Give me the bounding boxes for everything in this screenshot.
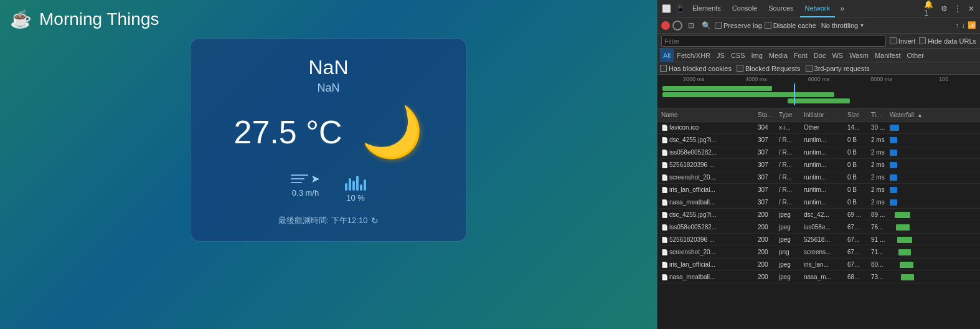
table-row[interactable]: 📄iris_lan_official... 307 / R... runtim.…: [657, 184, 980, 196]
col-header-size[interactable]: Size: [846, 112, 870, 118]
type-btn-ws[interactable]: WS: [829, 49, 846, 62]
blocked-requests-checkbox[interactable]: [737, 65, 743, 72]
type-btn-other[interactable]: Other: [903, 49, 927, 62]
waterfall-bar: [898, 249, 911, 255]
type-btn-fetch-xhr[interactable]: Fetch/XHR: [674, 49, 714, 62]
tab-sources[interactable]: Sources: [763, 0, 798, 17]
col-header-status[interactable]: Sta...: [756, 112, 778, 118]
cell-name: 📄iss058e005282...: [660, 149, 756, 156]
table-row[interactable]: 📄52561820396 ... 307 / R... runtim... 0 …: [657, 159, 980, 171]
preserve-log-checkbox[interactable]: [715, 22, 722, 29]
type-btn-manifest[interactable]: Manifest: [872, 49, 904, 62]
refresh-icon[interactable]: ↻: [371, 216, 379, 226]
file-type-icon: 📄: [661, 249, 668, 255]
type-filter-row: All Fetch/XHR JS CSS Img Media Font Doc …: [657, 49, 980, 62]
type-btn-doc[interactable]: Doc: [811, 49, 829, 62]
table-row[interactable]: 📄dsc_4255.jpg?i... 200 jpeg dsc_42... 69…: [657, 209, 980, 221]
table-row[interactable]: 📄screenshot_20... 200 png screens... 67.…: [657, 246, 980, 259]
disable-cache-checkbox[interactable]: [765, 22, 771, 29]
cell-waterfall: [888, 184, 978, 196]
third-party-wrapper[interactable]: 3rd-party requests: [806, 65, 870, 72]
cell-size: 0 B: [846, 186, 870, 193]
col-header-name[interactable]: Name: [660, 112, 756, 118]
notification-icon[interactable]: 🔔 1: [924, 2, 936, 15]
cell-type: jpeg: [778, 236, 803, 243]
third-party-checkbox[interactable]: [806, 65, 813, 72]
cell-name: 📄dsc_4255.jpg?i...: [660, 211, 756, 218]
table-row[interactable]: 📄dsc_4255.jpg?i... 307 / R... runtim... …: [657, 134, 980, 146]
table-row[interactable]: 📄nasa_meatball... 307 / R... runtim... 0…: [657, 196, 980, 209]
throttle-selector[interactable]: No throttling: [821, 22, 858, 29]
blocked-requests-wrapper[interactable]: Blocked Requests: [737, 65, 801, 72]
checkboxes-row: Has blocked cookies Blocked Requests 3rd…: [657, 62, 980, 75]
waterfall-bar: [895, 212, 910, 218]
col-header-type[interactable]: Type: [778, 112, 803, 118]
cell-time: 2 ms: [870, 186, 888, 193]
preserve-log-checkbox-wrapper[interactable]: Preserve log: [715, 22, 762, 29]
table-row[interactable]: 📄screenshot_20... 307 / R... runtim... 0…: [657, 171, 980, 184]
weather-subtitle: NaN: [215, 82, 441, 95]
device-icon[interactable]: 📱: [674, 2, 686, 15]
cell-status: 304: [756, 124, 778, 131]
tab-console[interactable]: Console: [727, 0, 762, 17]
invert-checkbox[interactable]: [890, 37, 897, 44]
col-header-waterfall[interactable]: Waterfall ▲: [888, 112, 978, 118]
upload-icon[interactable]: ↑: [955, 21, 959, 30]
col-header-time[interactable]: Ti...: [870, 112, 888, 118]
file-type-icon: 📄: [661, 187, 668, 193]
cell-initiator: runtim...: [803, 174, 846, 181]
cell-waterfall: [888, 159, 978, 171]
blocked-cookies-checkbox[interactable]: [660, 65, 667, 72]
type-btn-css[interactable]: CSS: [728, 49, 748, 62]
cell-type: png: [778, 249, 803, 255]
more-tabs-icon[interactable]: »: [836, 2, 849, 15]
waterfall-bar: [900, 262, 913, 268]
table-row[interactable]: 📄iss058e005282... 200 jpeg iss058e... 67…: [657, 221, 980, 234]
table-row[interactable]: 📄nasa_meatball... 200 jpeg nasa_m... 68.…: [657, 271, 980, 284]
tab-network[interactable]: Network: [800, 0, 835, 17]
type-btn-font[interactable]: Font: [791, 49, 811, 62]
table-row[interactable]: 📄52561820396 ... 200 jpeg 525618... 67..…: [657, 234, 980, 246]
waterfall-bar: [897, 237, 912, 243]
filter-input[interactable]: [661, 36, 886, 47]
timeline-label-8000: 8000 ms: [850, 76, 912, 82]
table-row[interactable]: 📄iris_lan_official... 200 jpeg iris_lan.…: [657, 259, 980, 271]
clear-icon[interactable]: [672, 21, 682, 31]
filter-icon[interactable]: ⊡: [685, 19, 697, 32]
type-btn-all[interactable]: All: [660, 49, 674, 62]
type-btn-wasm[interactable]: Wasm: [846, 49, 872, 62]
tab-elements[interactable]: Elements: [687, 0, 726, 17]
cell-size: 67...: [846, 224, 870, 231]
timeline-label-6000: 6000 ms: [788, 76, 850, 82]
cell-size: 0 B: [846, 174, 870, 181]
stop-recording-icon[interactable]: [661, 21, 670, 30]
file-type-icon: 📄: [661, 274, 668, 280]
more-options-icon[interactable]: ⋮: [951, 2, 964, 15]
hide-data-urls-checkbox[interactable]: [919, 37, 926, 44]
throttle-dropdown-icon[interactable]: ▾: [860, 22, 864, 29]
col-header-initiator[interactable]: Initiator: [803, 112, 846, 118]
table-row[interactable]: 📄iss058e005282... 307 / R... runtim... 0…: [657, 146, 980, 159]
file-type-icon: 📄: [661, 174, 668, 181]
settings-icon[interactable]: ⚙: [938, 2, 950, 15]
type-btn-img[interactable]: Img: [748, 49, 766, 62]
type-btn-media[interactable]: Media: [766, 49, 791, 62]
hide-data-urls-checkbox-wrapper[interactable]: Hide data URLs: [919, 37, 976, 45]
table-row[interactable]: 📄favicon.ico 304 x-i... Other 14... 30 .…: [657, 122, 980, 134]
waterfall-bar: [890, 162, 897, 168]
cell-waterfall: [888, 209, 978, 221]
type-btn-js[interactable]: JS: [714, 49, 728, 62]
cell-name: 📄screenshot_20...: [660, 249, 756, 255]
disable-cache-checkbox-wrapper[interactable]: Disable cache: [765, 22, 816, 29]
timeline-bar-area: [662, 83, 975, 105]
search-icon[interactable]: 🔍: [700, 19, 712, 32]
cell-type: x-i...: [778, 124, 803, 131]
waterfall-bar: [890, 150, 897, 156]
download-icon[interactable]: ↓: [961, 21, 965, 30]
close-icon[interactable]: ✕: [965, 2, 978, 15]
waterfall-bar: [890, 125, 899, 131]
cell-type: / R...: [778, 149, 803, 156]
blocked-cookies-wrapper[interactable]: Has blocked cookies: [660, 65, 732, 72]
inspect-icon[interactable]: ⬜: [660, 2, 672, 15]
invert-checkbox-wrapper[interactable]: Invert: [890, 37, 916, 45]
